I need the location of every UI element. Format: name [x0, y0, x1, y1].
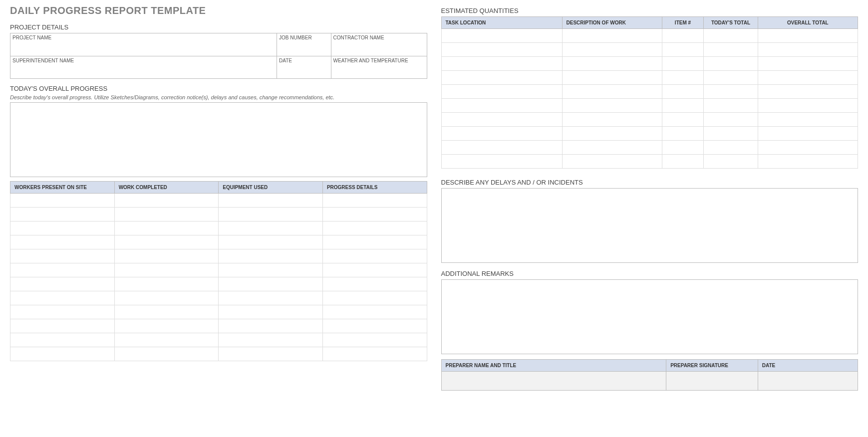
table-cell[interactable]	[662, 71, 703, 85]
table-cell[interactable]	[662, 43, 703, 57]
table-cell[interactable]	[10, 235, 115, 249]
table-cell[interactable]	[758, 85, 858, 99]
table-cell[interactable]	[114, 305, 219, 319]
table-cell[interactable]	[441, 57, 562, 71]
table-cell[interactable]	[114, 347, 219, 361]
date-field[interactable]	[277, 64, 331, 79]
table-cell[interactable]	[758, 71, 858, 85]
table-cell[interactable]	[562, 155, 662, 169]
table-cell[interactable]	[10, 319, 115, 333]
preparer-signature-field[interactable]	[666, 372, 758, 391]
overall-progress-box[interactable]	[10, 102, 427, 177]
table-cell[interactable]	[562, 85, 662, 99]
table-cell[interactable]	[662, 85, 703, 99]
table-cell[interactable]	[662, 99, 703, 113]
table-cell[interactable]	[662, 57, 703, 71]
table-cell[interactable]	[441, 71, 562, 85]
table-cell[interactable]	[662, 113, 703, 127]
table-cell[interactable]	[114, 263, 219, 277]
table-cell[interactable]	[758, 99, 858, 113]
table-cell[interactable]	[10, 263, 115, 277]
table-cell[interactable]	[322, 263, 427, 277]
table-cell[interactable]	[322, 277, 427, 291]
table-cell[interactable]	[219, 208, 323, 221]
table-cell[interactable]	[704, 127, 758, 141]
table-cell[interactable]	[10, 194, 115, 208]
table-cell[interactable]	[10, 249, 115, 263]
table-cell[interactable]	[10, 277, 115, 291]
table-cell[interactable]	[441, 141, 562, 155]
table-cell[interactable]	[219, 305, 323, 319]
table-cell[interactable]	[758, 113, 858, 127]
table-cell[interactable]	[10, 333, 115, 347]
table-cell[interactable]	[10, 208, 115, 221]
table-cell[interactable]	[562, 71, 662, 85]
contractor-name-field[interactable]	[331, 41, 427, 56]
weather-field[interactable]	[331, 64, 427, 79]
preparer-name-field[interactable]	[441, 372, 666, 391]
delays-box[interactable]	[441, 188, 859, 263]
table-cell[interactable]	[441, 43, 562, 57]
table-cell[interactable]	[322, 249, 427, 263]
project-name-field[interactable]	[10, 41, 277, 56]
table-cell[interactable]	[219, 221, 323, 235]
table-cell[interactable]	[322, 194, 427, 208]
table-cell[interactable]	[10, 305, 115, 319]
table-cell[interactable]	[662, 29, 703, 43]
table-cell[interactable]	[562, 43, 662, 57]
table-cell[interactable]	[114, 277, 219, 291]
table-cell[interactable]	[441, 85, 562, 99]
table-cell[interactable]	[562, 113, 662, 127]
table-cell[interactable]	[219, 277, 323, 291]
table-cell[interactable]	[219, 194, 323, 208]
table-cell[interactable]	[704, 99, 758, 113]
table-cell[interactable]	[219, 263, 323, 277]
table-cell[interactable]	[322, 305, 427, 319]
table-cell[interactable]	[441, 155, 562, 169]
table-cell[interactable]	[10, 221, 115, 235]
table-cell[interactable]	[662, 141, 703, 155]
table-cell[interactable]	[704, 113, 758, 127]
table-cell[interactable]	[704, 43, 758, 57]
table-cell[interactable]	[322, 291, 427, 305]
table-cell[interactable]	[219, 235, 323, 249]
superintendent-field[interactable]	[10, 64, 277, 79]
table-cell[interactable]	[114, 333, 219, 347]
table-cell[interactable]	[322, 235, 427, 249]
table-cell[interactable]	[219, 347, 323, 361]
table-cell[interactable]	[114, 208, 219, 221]
table-cell[interactable]	[114, 249, 219, 263]
table-cell[interactable]	[322, 319, 427, 333]
table-cell[interactable]	[758, 43, 858, 57]
table-cell[interactable]	[322, 333, 427, 347]
table-cell[interactable]	[758, 57, 858, 71]
table-cell[interactable]	[114, 319, 219, 333]
table-cell[interactable]	[704, 85, 758, 99]
table-cell[interactable]	[10, 347, 115, 361]
job-number-field[interactable]	[277, 41, 331, 56]
table-cell[interactable]	[441, 113, 562, 127]
table-cell[interactable]	[114, 221, 219, 235]
preparer-date-field[interactable]	[758, 372, 858, 391]
table-cell[interactable]	[322, 208, 427, 221]
table-cell[interactable]	[562, 99, 662, 113]
table-cell[interactable]	[441, 29, 562, 43]
table-cell[interactable]	[758, 127, 858, 141]
table-cell[interactable]	[219, 249, 323, 263]
table-cell[interactable]	[704, 141, 758, 155]
table-cell[interactable]	[562, 29, 662, 43]
table-cell[interactable]	[758, 155, 858, 169]
table-cell[interactable]	[114, 235, 219, 249]
table-cell[interactable]	[219, 333, 323, 347]
table-cell[interactable]	[562, 141, 662, 155]
table-cell[interactable]	[219, 291, 323, 305]
table-cell[interactable]	[10, 291, 115, 305]
table-cell[interactable]	[441, 99, 562, 113]
table-cell[interactable]	[114, 291, 219, 305]
table-cell[interactable]	[704, 155, 758, 169]
table-cell[interactable]	[322, 221, 427, 235]
table-cell[interactable]	[758, 29, 858, 43]
table-cell[interactable]	[219, 319, 323, 333]
table-cell[interactable]	[662, 155, 703, 169]
table-cell[interactable]	[562, 57, 662, 71]
